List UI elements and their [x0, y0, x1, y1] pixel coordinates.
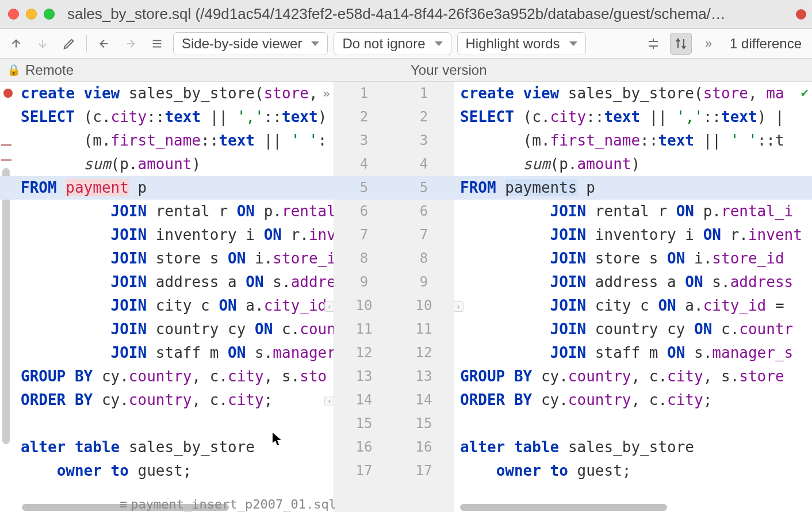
gutter-line: 11: [334, 318, 394, 341]
left-header-label: Remote: [25, 62, 74, 78]
left-pane[interactable]: create view sales_by_store(store, SELECT…: [0, 82, 334, 512]
highlight-mode-dropdown[interactable]: Highlight words: [457, 32, 586, 55]
gutter-line: 8: [394, 247, 454, 270]
zoom-window-button[interactable]: [44, 9, 55, 20]
gutter-line: 14: [334, 388, 394, 412]
diff-toolbar: Side-by-side viewer Do not ignore Highli…: [0, 29, 812, 59]
file-icon: ≡: [120, 497, 127, 511]
close-window-button[interactable]: [8, 9, 19, 20]
gutter-line: 9: [334, 270, 394, 294]
gutter-line: 9: [394, 270, 454, 294]
difference-count: 1 difference: [725, 36, 806, 52]
gutter-line: 8: [334, 247, 394, 270]
prev-diff-button[interactable]: [6, 33, 26, 54]
nav-back-button[interactable]: [94, 33, 114, 54]
gutter-line: 17: [334, 459, 394, 483]
gutter-line: 3: [394, 129, 454, 152]
apply-change-button[interactable]: »: [323, 82, 330, 105]
gutter-line: 10: [334, 294, 394, 318]
gutter-line: 5: [334, 176, 394, 200]
gutter-line: 7: [334, 223, 394, 247]
fold-marker-icon[interactable]: ‹: [324, 396, 334, 406]
gutter-line: 6: [334, 200, 394, 223]
gutter-line: 6: [394, 200, 454, 223]
gutter-line: 1: [394, 82, 454, 105]
gutter-line: 2: [334, 105, 394, 129]
diff-body: create view sales_by_store(store, SELECT…: [0, 82, 812, 512]
window-title: sales_by_store.sql (/49d1ac54/1423fef2-e…: [55, 5, 804, 23]
gutter-line: 2: [394, 105, 454, 129]
panel-headers: 🔒 Remote Your version: [0, 59, 812, 82]
gutter-left: 1234567891011121314151617: [334, 82, 394, 512]
gutter-line: 17: [394, 459, 454, 483]
gutter-line: 12: [334, 341, 394, 365]
background-file-tab[interactable]: ≡ payment_insert_p2007_01.sql: [115, 496, 341, 512]
next-diff-button[interactable]: [32, 33, 53, 54]
gutter-line: 15: [394, 412, 454, 435]
fold-marker-icon[interactable]: ›: [454, 301, 464, 312]
ignore-mode-label: Do not ignore: [342, 36, 425, 52]
gutter-line: 5: [394, 176, 454, 200]
gutter-line: 4: [334, 152, 394, 176]
gutter-line: 11: [394, 318, 454, 341]
gutter-line: 4: [394, 152, 454, 176]
horizontal-scrollbar[interactable]: [460, 504, 667, 511]
edit-button[interactable]: [59, 33, 79, 54]
ignore-mode-dropdown[interactable]: Do not ignore: [334, 32, 451, 55]
titlebar: sales_by_store.sql (/49d1ac54/1423fef2-e…: [0, 0, 812, 29]
toolbar-separator: [86, 35, 87, 52]
sync-scroll-button[interactable]: [670, 33, 692, 55]
traffic-lights: [8, 9, 55, 20]
gutter-line: 16: [394, 435, 454, 459]
left-code: create view sales_by_store(store, SELECT…: [0, 82, 334, 483]
line-gutter: 1234567891011121314151617 12345678910111…: [334, 82, 454, 512]
nav-forward-button[interactable]: [120, 33, 141, 54]
lock-icon: 🔒: [7, 63, 21, 77]
background-file-label: payment_insert_p2007_01.sql: [131, 497, 336, 511]
gutter-line: 16: [334, 435, 394, 459]
collapse-unchanged-button[interactable]: [642, 33, 664, 55]
gutter-line: 13: [334, 365, 394, 388]
diff-window: sales_by_store.sql (/49d1ac54/1423fef2-e…: [0, 0, 812, 512]
error-indicator-icon: [796, 9, 806, 20]
gutter-line: 15: [334, 412, 394, 435]
gutter-line: 1: [334, 82, 394, 105]
right-pane[interactable]: ✔ create view sales_by_store(store, ma S…: [454, 82, 812, 512]
highlight-mode-label: Highlight words: [466, 36, 560, 52]
viewer-mode-dropdown[interactable]: Side-by-side viewer: [173, 32, 328, 55]
left-header: 🔒 Remote: [0, 59, 334, 81]
more-button[interactable]: »: [698, 33, 719, 55]
chevron-down-icon: [569, 41, 577, 46]
gutter-line: 3: [334, 129, 394, 152]
viewer-mode-label: Side-by-side viewer: [182, 36, 302, 52]
gutter-line: 14: [394, 388, 454, 412]
chevron-right-double-icon: »: [705, 36, 712, 51]
gutter-line: 13: [394, 365, 454, 388]
gutter-line: 10: [394, 294, 454, 318]
gutter-right: 1234567891011121314151617: [394, 82, 454, 512]
list-button[interactable]: [147, 33, 167, 54]
chevron-down-icon: [311, 41, 319, 46]
fold-marker-icon[interactable]: ‹: [324, 301, 334, 312]
right-code: create view sales_by_store(store, ma SEL…: [454, 82, 812, 483]
gutter-line: 12: [394, 341, 454, 365]
right-header: Your version: [334, 59, 812, 81]
chevron-down-icon: [435, 41, 443, 46]
minimize-window-button[interactable]: [26, 9, 37, 20]
right-header-label: Your version: [411, 62, 487, 78]
gutter-line: 7: [394, 223, 454, 247]
